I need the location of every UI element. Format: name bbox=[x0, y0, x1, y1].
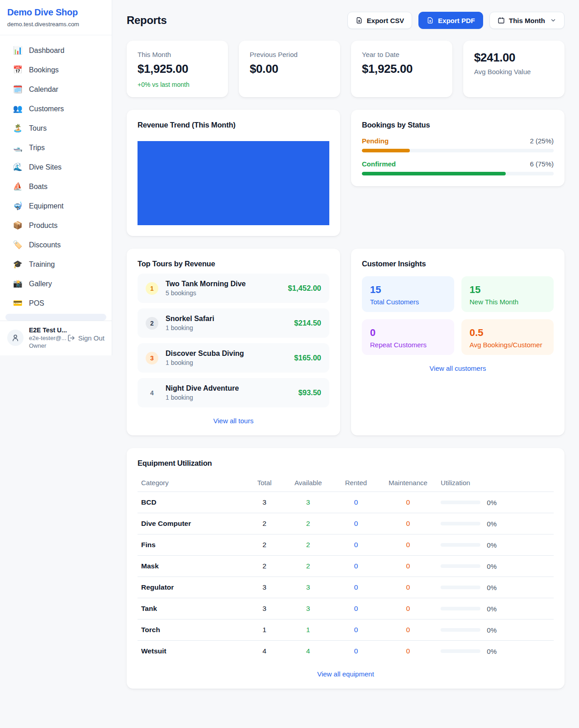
equipment-rented: 0 bbox=[333, 513, 379, 534]
table-row: Torch 1 1 0 0 0% bbox=[138, 619, 554, 641]
wave-icon: 🌊 bbox=[13, 163, 23, 171]
export-csv-label: Export CSV bbox=[367, 17, 404, 24]
equipment-total: 3 bbox=[246, 577, 283, 598]
equipment-total: 3 bbox=[246, 492, 283, 513]
sidebar-item-training[interactable]: 🎓 Training bbox=[5, 255, 107, 274]
bookings-calendar-icon: 📅 bbox=[13, 66, 23, 74]
sidebar-item-customers[interactable]: 👥 Customers bbox=[5, 99, 107, 118]
table-row: Mask 2 2 0 0 0% bbox=[138, 556, 554, 577]
insights-row: Top Tours by Revenue 1 Two Tank Morning … bbox=[127, 249, 565, 435]
tour-revenue: $1,452.00 bbox=[288, 284, 321, 293]
app-shell: Demo Dive Shop demo.test.divestreams.com… bbox=[0, 0, 579, 703]
tour-list-item: 1 Two Tank Morning Dive 5 bookings $1,45… bbox=[138, 274, 329, 303]
stat-card-previous-period: Previous Period $0.00 bbox=[239, 41, 340, 97]
stat-card-this-month: This Month $1,925.00 +0% vs last month bbox=[127, 41, 228, 97]
tour-revenue: $93.50 bbox=[299, 388, 321, 397]
sidebar-item-bookings[interactable]: 📅 Bookings bbox=[5, 60, 107, 80]
equipment-rented: 0 bbox=[333, 619, 379, 641]
sidebar-item-label: Dashboard bbox=[29, 47, 64, 55]
status-bar-track bbox=[362, 149, 554, 152]
calendar-icon: 🗓️ bbox=[13, 85, 23, 93]
brand-domain: demo.test.divestreams.com bbox=[7, 21, 104, 28]
person-icon bbox=[11, 334, 19, 342]
view-all-customers-link[interactable]: View all customers bbox=[362, 364, 554, 372]
sidebar-item-products[interactable]: 📦 Products bbox=[5, 216, 107, 235]
period-select[interactable]: This Month bbox=[489, 12, 565, 29]
table-row: Tank 3 3 0 0 0% bbox=[138, 598, 554, 619]
stat-label: This Month bbox=[138, 51, 217, 58]
utilization-bar-track bbox=[441, 522, 480, 525]
sidebar: Demo Dive Shop demo.test.divestreams.com… bbox=[0, 0, 112, 355]
file-download-icon bbox=[427, 17, 434, 24]
sidebar-item-label: Training bbox=[29, 260, 55, 269]
sidebar-item-discounts[interactable]: 🏷️ Discounts bbox=[5, 235, 107, 255]
panel-title: Customer Insights bbox=[362, 260, 554, 268]
equipment-maintenance: 0 bbox=[379, 556, 437, 577]
sidebar-item-boats[interactable]: ⛵ Boats bbox=[5, 177, 107, 196]
utilization-cell: 0% bbox=[441, 584, 550, 591]
file-download-icon bbox=[356, 17, 363, 24]
sidebar-item-pos[interactable]: 💳 POS bbox=[5, 293, 107, 313]
insight-tile-repeat-customers: 0 Repeat Customers bbox=[362, 319, 454, 355]
sailboat-icon: ⛵ bbox=[13, 183, 23, 190]
brand-title: Demo Dive Shop bbox=[7, 7, 104, 18]
sidebar-item-label: Bookings bbox=[29, 66, 59, 74]
stat-cards-row: This Month $1,925.00 +0% vs last month P… bbox=[127, 41, 565, 97]
utilization-cell: 0% bbox=[441, 626, 550, 634]
rank-badge: 4 bbox=[146, 387, 158, 399]
tour-revenue: $214.50 bbox=[294, 319, 321, 327]
equipment-category: Regulator bbox=[138, 577, 246, 598]
utilization-percent: 0% bbox=[487, 520, 497, 528]
package-icon: 📦 bbox=[13, 222, 23, 229]
export-csv-button[interactable]: Export CSV bbox=[347, 12, 413, 29]
sign-out-icon bbox=[67, 334, 75, 342]
tag-icon: 🏷️ bbox=[13, 241, 23, 249]
sidebar-item-dashboard[interactable]: 📊 Dashboard bbox=[5, 41, 107, 60]
sidebar-item-label: Dive Sites bbox=[29, 163, 62, 171]
sign-out-button[interactable]: Sign Out bbox=[67, 334, 104, 342]
sidebar-item-dive-sites[interactable]: 🌊 Dive Sites bbox=[5, 157, 107, 177]
status-bar-fill bbox=[362, 172, 506, 175]
export-pdf-label: Export PDF bbox=[438, 17, 475, 24]
utilization-bar-track bbox=[441, 543, 480, 547]
equipment-maintenance: 0 bbox=[379, 598, 437, 619]
sidebar-item-equipment[interactable]: 🤿 Equipment bbox=[5, 196, 107, 216]
equipment-total: 2 bbox=[246, 556, 283, 577]
tile-value: 0.5 bbox=[470, 327, 546, 339]
rank-badge: 3 bbox=[146, 352, 158, 364]
equipment-available: 2 bbox=[283, 534, 333, 556]
tour-name: Snorkel Safari bbox=[166, 315, 287, 323]
utilization-cell: 0% bbox=[441, 605, 550, 613]
column-header: Category bbox=[138, 474, 246, 492]
sidebar-item-calendar[interactable]: 🗓️ Calendar bbox=[5, 80, 107, 99]
sidebar-item-label: POS bbox=[29, 299, 44, 307]
tour-name: Night Dive Adventure bbox=[166, 384, 291, 392]
table-row: Dive Computer 2 2 0 0 0% bbox=[138, 513, 554, 534]
column-header: Utilization bbox=[437, 474, 554, 492]
insight-tiles: 15 Total Customers 15 New This Month 0 R… bbox=[362, 276, 554, 355]
view-all-equipment-link[interactable]: View all equipment bbox=[138, 670, 554, 678]
equipment-available: 3 bbox=[283, 492, 333, 513]
sidebar-item-label: Discounts bbox=[29, 241, 61, 249]
sidebar-item-active-partial[interactable] bbox=[5, 314, 106, 321]
utilization-bar-track bbox=[441, 586, 480, 589]
utilization-cell: 0% bbox=[441, 648, 550, 655]
table-row: BCD 3 3 0 0 0% bbox=[138, 492, 554, 513]
utilization-percent: 0% bbox=[487, 584, 497, 591]
tile-value: 0 bbox=[370, 327, 446, 339]
sidebar-item-trips[interactable]: 🛥️ Trips bbox=[5, 138, 107, 157]
user-email: e2e-tester@... bbox=[29, 335, 62, 341]
panel-title: Top Tours by Revenue bbox=[138, 260, 329, 268]
equipment-available: 3 bbox=[283, 598, 333, 619]
equipment-available: 2 bbox=[283, 513, 333, 534]
utilization-cell: 0% bbox=[441, 499, 550, 506]
export-pdf-button[interactable]: Export PDF bbox=[418, 12, 483, 29]
tile-value: 15 bbox=[370, 284, 446, 296]
equipment-rented: 0 bbox=[333, 577, 379, 598]
sidebar-item-tours[interactable]: 🏝️ Tours bbox=[5, 118, 107, 138]
sidebar-item-label: Products bbox=[29, 222, 57, 230]
sidebar-item-label: Tours bbox=[29, 124, 47, 132]
sidebar-item-gallery[interactable]: 📸 Gallery bbox=[5, 274, 107, 293]
view-all-tours-link[interactable]: View all tours bbox=[138, 417, 329, 425]
status-count: 2 (25%) bbox=[530, 137, 554, 145]
